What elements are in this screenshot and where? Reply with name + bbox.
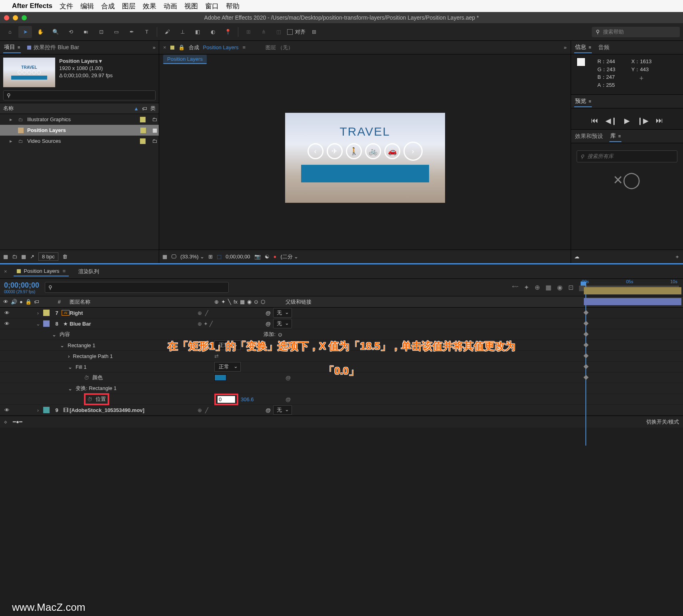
visibility-toggle[interactable]: 👁 [3, 310, 10, 316]
property-row[interactable]: ⏱颜色 @ [0, 372, 683, 383]
tab-info[interactable]: 信息≡ [574, 42, 592, 53]
pickwhip-icon[interactable]: @ [266, 407, 271, 413]
twirl-icon[interactable]: ▸ [10, 138, 14, 144]
menu-effect[interactable]: 效果 [143, 2, 156, 11]
home-button[interactable]: ⌂ [3, 26, 17, 38]
world-axis-icon[interactable]: ⋔ [257, 26, 270, 38]
twirl-icon[interactable]: › [35, 407, 41, 413]
selection-tool[interactable]: ➤ [18, 26, 32, 38]
pan-behind-tool[interactable]: ⊡ [94, 26, 108, 38]
timeline-tab[interactable]: Position Layers ≡ [14, 266, 69, 276]
draft3d-icon[interactable]: ✦ [524, 284, 529, 291]
toggle-transparency-icon[interactable]: 🖵 [171, 254, 176, 260]
label-column-icon[interactable]: 🏷 [34, 299, 39, 305]
frame-blend-icon[interactable]: ▦ [545, 284, 551, 291]
color-tag[interactable] [140, 117, 146, 122]
tab-effect-controls[interactable]: 效果控件 Blue Bar [26, 42, 80, 53]
twirl-icon[interactable]: ⌄ [52, 332, 56, 338]
snap-checkbox[interactable] [287, 29, 293, 35]
clone-stamp-tool[interactable]: ⊥ [176, 26, 189, 38]
layer-row[interactable]: 👁 › 9 🎞 [AdobeStock_105353490.mov] ⊕╱ @ … [0, 405, 683, 416]
add-to-library-icon[interactable]: ＋ [675, 253, 680, 260]
col-layer-name[interactable]: 图层名称 [66, 298, 214, 306]
zoom-tool[interactable]: 🔍 [49, 26, 62, 38]
col-number[interactable]: # [52, 299, 66, 305]
lock-icon[interactable]: 🔒 [178, 44, 185, 50]
position-x-input[interactable] [218, 396, 235, 403]
color-tag[interactable] [43, 310, 50, 316]
color-tag[interactable] [140, 138, 146, 144]
layer-row[interactable]: 👁 › 7 Ai Right ⊕╱ @ 无 [0, 308, 683, 318]
cloud-sync-icon[interactable]: ☁ [574, 254, 579, 260]
menu-help[interactable]: 帮助 [226, 2, 240, 11]
shy-icon[interactable]: ⊕ [535, 284, 540, 291]
breadcrumb[interactable]: Position Layers [163, 55, 207, 64]
camera-tool[interactable]: ■ı [79, 26, 93, 38]
zoom-dropdown[interactable]: (33.3%) [180, 254, 204, 260]
orbit-tool[interactable]: ⟲ [64, 26, 78, 38]
panel-overflow-icon[interactable]: » [153, 44, 156, 50]
panel-menu-icon[interactable]: ≡ [242, 44, 246, 50]
twirl-icon[interactable]: ⌄ [35, 321, 41, 327]
resolution-icon[interactable]: ⊞ [208, 254, 213, 260]
property-row[interactable]: ⌄变换: Rectangle 1 [0, 383, 683, 394]
color-tag[interactable] [43, 320, 50, 327]
minimize-window-icon[interactable] [13, 15, 18, 20]
link-icon[interactable]: @ [286, 396, 291, 402]
color-tag[interactable] [140, 128, 146, 133]
col-name-header[interactable]: 名称 [3, 105, 134, 112]
keyframe-icon[interactable] [583, 321, 589, 326]
adjust-icon[interactable]: ↗ [30, 254, 34, 260]
twirl-icon[interactable]: ⌄ [60, 342, 64, 348]
twirl-icon[interactable]: ⌄ [68, 364, 72, 370]
brush-tool[interactable]: 🖌 [160, 26, 174, 38]
mode-switch-icon[interactable]: ⊕ [214, 299, 219, 305]
channel-icon[interactable]: ☯ [265, 254, 270, 260]
visibility-toggle[interactable]: 👁 [3, 407, 10, 413]
snapping-toggle[interactable]: 对齐 [287, 28, 306, 36]
property-position-row[interactable]: ⏱ 位置 306.6 @ [0, 394, 683, 405]
twirl-icon[interactable]: ▸ [10, 116, 14, 122]
add-shape-icon[interactable]: ⊙ [278, 332, 282, 338]
layer-bar[interactable] [584, 298, 681, 305]
link-icon[interactable]: @ [286, 375, 291, 381]
layer-name[interactable]: [AdobeStock_105353490.mov] [70, 407, 198, 413]
menu-window[interactable]: 窗口 [205, 2, 219, 11]
keyframe-icon[interactable] [583, 353, 589, 358]
composition-viewer[interactable]: TRAVEL ‹ ✈ 🚶 🚲 🚗 › [159, 66, 571, 250]
grid-icon[interactable]: ⊞ [307, 26, 321, 38]
zoom-slider[interactable]: ━●━ [13, 419, 22, 425]
keyframe-icon[interactable] [583, 342, 589, 348]
tab-preview[interactable]: 预览≡ [574, 96, 592, 107]
parent-dropdown[interactable]: 无 [273, 405, 292, 415]
trash-icon[interactable]: 🗑 [62, 254, 68, 260]
property-row[interactable]: ⌄Rectangle 1 正常 [0, 340, 683, 351]
menu-view[interactable]: 视图 [184, 2, 198, 11]
roto-brush-tool[interactable]: ◐ [206, 26, 220, 38]
sort-arrow-icon[interactable]: ▲ [134, 106, 139, 112]
menu-file[interactable]: 文件 [60, 2, 73, 11]
grid-icon[interactable]: ▦ [162, 254, 167, 260]
timeline-search-input[interactable]: ⚲ [45, 282, 229, 293]
next-frame-button[interactable]: ❙▶ [637, 116, 649, 125]
property-row[interactable]: ›Rectangle Path 1 ⇄ [0, 351, 683, 362]
layer-tab[interactable]: 图层 （无） [266, 44, 293, 51]
menu-animation[interactable]: 动画 [164, 2, 177, 11]
parent-dropdown[interactable]: 无 [273, 319, 292, 328]
tab-library[interactable]: 库≡ [609, 131, 621, 142]
layer-name[interactable]: Blue Bar [70, 321, 198, 327]
bpc-button[interactable]: 8 bpc [38, 252, 58, 261]
blend-mode-dropdown[interactable]: 正常 [214, 340, 241, 350]
keyframe-icon[interactable] [583, 332, 589, 337]
new-comp-icon[interactable]: ▦ [21, 254, 26, 260]
blend-mode-dropdown[interactable]: 正常 [214, 362, 241, 372]
color-swatch[interactable] [214, 374, 226, 381]
solo-column-icon[interactable]: ● [20, 299, 23, 305]
menu-edit[interactable]: 编辑 [80, 2, 94, 11]
col-parent[interactable]: 父级和链接 [282, 298, 346, 306]
col-type-header[interactable]: 类 [150, 105, 156, 112]
region-icon[interactable]: ⬚ [217, 254, 222, 260]
panel-menu-icon[interactable]: ≡ [18, 45, 20, 50]
interpret-footage-icon[interactable]: ▦ [3, 254, 8, 260]
graph-editor-icon[interactable]: ⊡ [568, 284, 573, 291]
